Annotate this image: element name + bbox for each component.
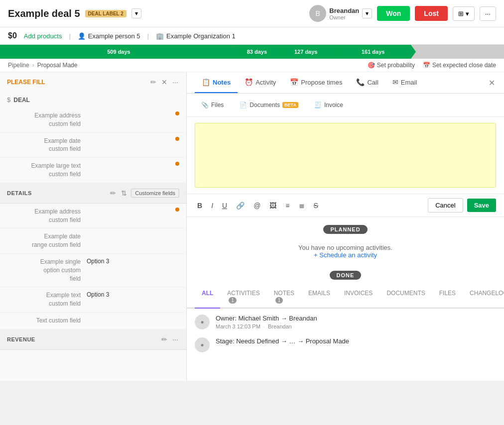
field-row-date: Example datecustom field [0, 133, 186, 158]
timeline-text-2: Stage: Needs Defined → … → Proposal Made [216, 337, 496, 345]
bold-button[interactable]: B [195, 200, 205, 211]
no-activities-text: You have no upcoming activities. + Sched… [187, 240, 504, 267]
deal-amount: $0 [8, 31, 17, 40]
progress-seg-1: 509 days [0, 45, 238, 59]
schedule-activity-link[interactable]: + Schedule an activity [314, 251, 377, 259]
timeline: ● Owner: Michael Smith → Breandan March … [187, 309, 504, 366]
cancel-button[interactable]: Cancel [428, 198, 463, 212]
activity-tab-emails[interactable]: EMAILS [301, 286, 337, 309]
deal-icon: $ [7, 96, 10, 104]
breadcrumb-pipeline[interactable]: Pipeline [8, 62, 29, 69]
note-input[interactable] [201, 129, 490, 179]
lost-button[interactable]: Lost [415, 6, 448, 21]
won-button[interactable]: Won [377, 6, 410, 21]
text-field-value[interactable]: Option 3 [87, 291, 179, 298]
link-button[interactable]: 🔗 [234, 200, 247, 211]
set-close-date-link[interactable]: 📅 Set expected close date [423, 62, 496, 69]
files-icon: 📎 [201, 102, 209, 108]
org-item: 🏢 Example Organization 1 [156, 32, 236, 40]
org-name: Example Organization 1 [166, 32, 236, 40]
please-fill-edit-button[interactable]: ✏ [149, 77, 157, 87]
field-row-large-text: Example large textcustom field [0, 158, 186, 183]
email-tab-icon: ✉ [392, 78, 398, 86]
deal-dropdown[interactable]: ▾ [131, 8, 141, 18]
activity-tab-changelog[interactable]: CHANGELOG [463, 286, 504, 309]
sub-header: $0 Add products | 👤 Example person 5 | 🏢… [0, 27, 504, 45]
sub-tabs: 📎 Files 📄 Documents BETA 🧾 Invoice [187, 94, 504, 117]
header: Example deal 5 DEAL LABEL 2 ▾ B Breandan… [0, 0, 504, 27]
tabs-bar: 📋 Notes ⏰ Activity 📅 Propose times 📞 Cal… [187, 72, 504, 94]
revenue-edit-button[interactable]: ✏ [160, 334, 168, 344]
field-row-text: Example textcustom field Option 3 [0, 287, 186, 313]
details-sort-button[interactable]: ⇅ [120, 188, 128, 198]
activity-tab-activities[interactable]: ACTIVITIES 1 [220, 286, 266, 309]
add-products-link[interactable]: Add products [24, 32, 62, 40]
customize-fields-button[interactable]: Customize fields [131, 189, 179, 198]
field-dot [175, 162, 179, 166]
activity-tab-files[interactable]: FILES [432, 286, 463, 309]
bullet-list-button[interactable]: ≡ [283, 200, 292, 211]
italic-button[interactable]: I [209, 200, 216, 211]
timeline-dot-2: ● [195, 337, 210, 352]
planned-pill: PLANNED [323, 225, 367, 234]
image-button[interactable]: 🖼 [267, 200, 279, 211]
tab-notes[interactable]: 📋 Notes [195, 72, 238, 93]
sub-tab-invoice[interactable]: 🧾 Invoice [308, 99, 350, 111]
avatar: B [309, 5, 326, 22]
tab-propose-times[interactable]: 📅 Propose times [283, 72, 349, 93]
field-dot [175, 208, 179, 212]
activity-tab-invoices[interactable]: INVOICES [337, 286, 379, 309]
underline-button[interactable]: U [220, 200, 230, 211]
timeline-item-2: ● Stage: Needs Defined → … → Proposal Ma… [195, 337, 496, 352]
activity-tab-notes[interactable]: NOTES 1 [267, 286, 301, 309]
more-options-button[interactable]: ··· [480, 6, 496, 21]
please-fill-title: PLEASE FILL [7, 79, 149, 86]
user-dropdown[interactable]: ▾ [362, 8, 372, 18]
close-panel-button[interactable]: ✕ [488, 77, 496, 89]
breadcrumb: Pipeline › Proposal Made [8, 62, 77, 69]
note-editor[interactable] [195, 123, 496, 188]
user-name: Breandan [329, 7, 359, 14]
progress-seg-4: 161 days [336, 45, 411, 59]
revenue-more-button[interactable]: ··· [171, 334, 179, 344]
view-toggle-button[interactable]: ⊞ ▾ [453, 6, 475, 21]
person-icon: 👤 [78, 32, 86, 40]
timeline-item: ● Owner: Michael Smith → Breandan March … [195, 315, 496, 329]
ordered-list-button[interactable]: ≣ [296, 200, 307, 211]
call-tab-icon: 📞 [356, 78, 365, 86]
tab-activity[interactable]: ⏰ Activity [238, 72, 283, 93]
user-role: Owner [329, 14, 359, 20]
field-row-address: Example addresscustom field [0, 107, 186, 133]
save-button[interactable]: Save [467, 199, 496, 212]
please-fill-more-button[interactable]: ··· [171, 77, 179, 87]
activity-tabs: ALL ACTIVITIES 1 NOTES 1 EMAILS INVOICES… [187, 286, 504, 309]
breadcrumb-bar: Pipeline › Proposal Made 🎯 Set probabili… [0, 59, 504, 72]
person-name: Example person 5 [88, 32, 140, 40]
mention-button[interactable]: @ [251, 200, 263, 211]
details-edit-button[interactable]: ✏ [109, 188, 117, 198]
please-fill-section: PLEASE FILL ✏ ✕ ··· [0, 72, 186, 92]
user-section: B Breandan Owner ▾ [309, 5, 372, 22]
sub-tab-files[interactable]: 📎 Files [195, 99, 230, 111]
please-fill-close-button[interactable]: ✕ [160, 77, 168, 87]
tab-call[interactable]: 📞 Call [349, 72, 385, 93]
tab-email[interactable]: ✉ Email [385, 72, 424, 93]
notes-tab-icon: 📋 [202, 78, 210, 86]
org-icon: 🏢 [156, 32, 164, 40]
set-probability-link[interactable]: 🎯 Set probability [368, 62, 415, 69]
strikethrough-button[interactable]: S [311, 200, 321, 211]
invoice-icon: 🧾 [314, 102, 322, 108]
single-option-value[interactable]: Option 3 [87, 258, 179, 265]
deal-section-title: DEAL [13, 97, 30, 104]
done-pill: DONE [330, 271, 362, 280]
deal-title: Example deal 5 [8, 8, 80, 19]
activity-tab-all[interactable]: ALL [195, 286, 220, 309]
activity-tab-documents[interactable]: DOCUMENTS [379, 286, 432, 309]
activity-tab-icon: ⏰ [245, 78, 253, 86]
progress-seg-3: 127 days [276, 45, 336, 59]
propose-times-icon: 📅 [290, 78, 298, 86]
progress-seg-5 [411, 45, 504, 59]
field-dot [175, 111, 179, 115]
done-section: DONE [187, 271, 504, 280]
sub-tab-documents[interactable]: 📄 Documents BETA [233, 99, 305, 111]
